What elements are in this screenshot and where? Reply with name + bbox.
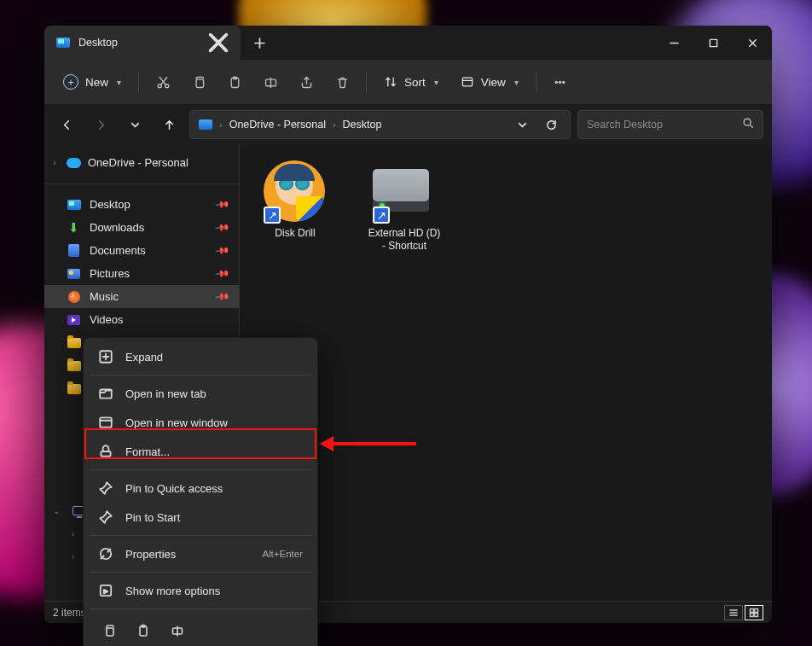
pin-icon: 📌 [214,288,230,305]
svg-rect-0 [710,39,716,46]
svg-point-9 [560,81,561,83]
nav-row: › OneDrive - Personal › Desktop [44,104,772,145]
chevron-right-icon: › [49,158,60,167]
ctx-rename-button[interactable] [163,618,192,643]
sort-label: Sort [404,76,426,89]
sidebar-root-label: OneDrive - Personal [88,156,188,169]
sidebar-item-label: Downloads [90,221,144,234]
folder-icon [67,361,81,371]
window-controls [654,26,772,60]
sidebar-item-pictures[interactable]: Pictures 📌 [44,262,239,285]
ctx-label: Open in new tab [125,387,206,400]
ctx-pin-quick-access[interactable]: Pin to Quick access [88,474,313,503]
desktop-icon [67,200,81,210]
recent-locations-button[interactable] [121,111,148,138]
cut-button[interactable] [146,67,180,97]
sidebar-item-documents[interactable]: Documents 📌 [44,239,239,262]
content-area[interactable]: ↗ Disk Drill ↗ External HD (D) - Shortcu… [239,145,772,601]
new-menu-button[interactable]: + New ▾ [53,69,131,95]
up-button[interactable] [155,111,183,138]
more-button[interactable] [543,67,577,97]
share-button[interactable] [289,67,323,97]
view-label: View [481,76,506,89]
window-icon [98,415,113,430]
plus-circle-icon: + [63,74,78,90]
svg-rect-14 [751,613,754,616]
picture-icon [67,269,80,279]
svg-rect-13 [755,608,758,612]
ctx-label: Expand [125,351,163,364]
expand-icon [98,349,113,364]
maximize-button[interactable] [693,26,733,60]
context-menu: Expand Open in new tab Open in new windo… [83,337,318,646]
breadcrumb-onedrive[interactable]: OneDrive - Personal [226,115,329,134]
forward-button[interactable] [87,111,114,138]
breadcrumb-desktop[interactable]: Desktop [339,115,386,134]
sidebar-item-downloads[interactable]: ⬇ Downloads 📌 [44,216,239,239]
svg-point-11 [744,119,751,125]
details-view-button[interactable] [724,605,743,620]
ctx-expand[interactable]: Expand [88,342,313,371]
svg-rect-22 [107,628,113,636]
address-bar[interactable]: › OneDrive - Personal › Desktop [189,110,571,139]
svg-rect-18 [100,417,112,427]
sidebar-item-videos[interactable]: Videos [44,308,239,331]
delete-button[interactable] [325,67,359,97]
new-label: New [85,76,108,89]
drive-icon [373,169,429,212]
minimize-button[interactable] [654,26,693,60]
icons-view-button[interactable] [745,605,763,620]
rename-button[interactable] [253,67,287,97]
sidebar-item-label: Pictures [90,267,130,280]
sort-menu-button[interactable]: Sort ▾ [374,70,449,94]
ctx-shortcut: Alt+Enter [262,549,303,559]
close-button[interactable] [733,26,772,60]
new-tab-button[interactable] [241,26,278,60]
search-box[interactable] [577,110,763,139]
document-icon [68,244,79,257]
file-item-external-hd[interactable]: ↗ External HD (D) - Shortcut [362,155,446,258]
view-toggle [724,605,763,620]
pin-icon [98,509,113,525]
more-icon [98,583,113,598]
folder-icon [67,338,81,348]
tab-desktop[interactable]: Desktop [44,26,241,60]
svg-rect-19 [101,451,110,457]
svg-point-10 [563,81,565,83]
ctx-open-new-window[interactable]: Open in new window [88,408,313,437]
sidebar-item-label: Music [90,290,119,303]
chevron-right-icon: › [68,529,78,538]
ctx-label: Pin to Start [125,511,180,524]
chevron-right-icon: › [219,119,223,130]
address-dropdown-button[interactable] [508,111,536,138]
sidebar-root-onedrive[interactable]: › OneDrive - Personal [44,150,239,175]
chevron-down-icon: ⌄ [51,506,61,515]
pin-icon: 📌 [214,265,230,282]
sidebar-item-label: Videos [90,313,124,326]
ctx-open-new-tab[interactable]: Open in new tab [88,379,313,408]
copy-button[interactable] [182,67,216,97]
ctx-show-more-options[interactable]: Show more options [88,576,313,605]
ctx-label: Show more options [125,585,220,597]
sidebar-item-label: Desktop [90,198,130,211]
file-label: External HD (D) - Shortcut [366,227,443,253]
tab-close-button[interactable] [206,31,230,55]
search-input[interactable] [587,119,742,131]
sidebar-item-desktop[interactable]: Desktop 📌 [44,193,239,216]
ctx-label: Pin to Quick access [125,482,223,495]
refresh-button[interactable] [537,111,565,138]
back-button[interactable] [53,111,80,138]
ctx-label: Open in new window [125,416,228,429]
ctx-label: Properties [125,548,176,561]
view-menu-button[interactable]: View ▾ [450,70,529,94]
svg-rect-15 [755,613,758,616]
sidebar-item-music[interactable]: Music 📌 [44,285,239,308]
paste-button[interactable] [218,67,252,97]
ctx-properties[interactable]: Properties Alt+Enter [88,539,313,568]
ctx-format[interactable]: Format... [88,437,313,466]
tab-title: Desktop [78,37,118,49]
ctx-paste-button[interactable] [129,618,158,643]
file-item-disk-drill[interactable]: ↗ Disk Drill [253,155,337,245]
ctx-pin-start[interactable]: Pin to Start [88,503,313,532]
ctx-copy-button[interactable] [95,618,124,643]
